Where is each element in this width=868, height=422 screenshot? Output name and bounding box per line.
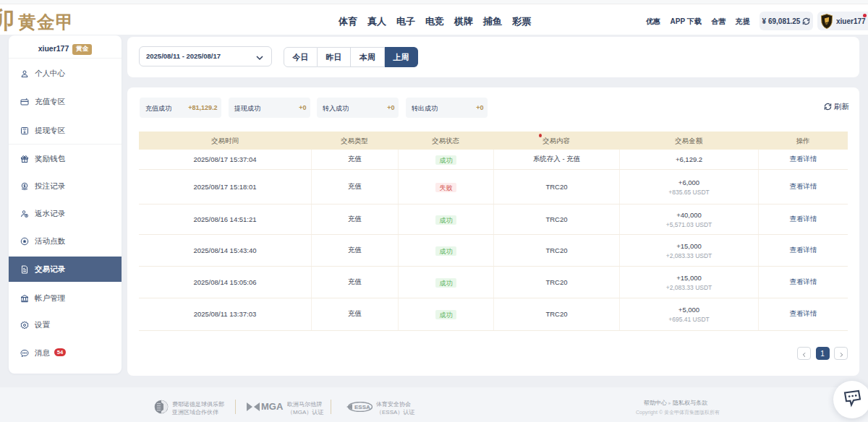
svg-text:ESSA: ESSA	[354, 404, 370, 410]
